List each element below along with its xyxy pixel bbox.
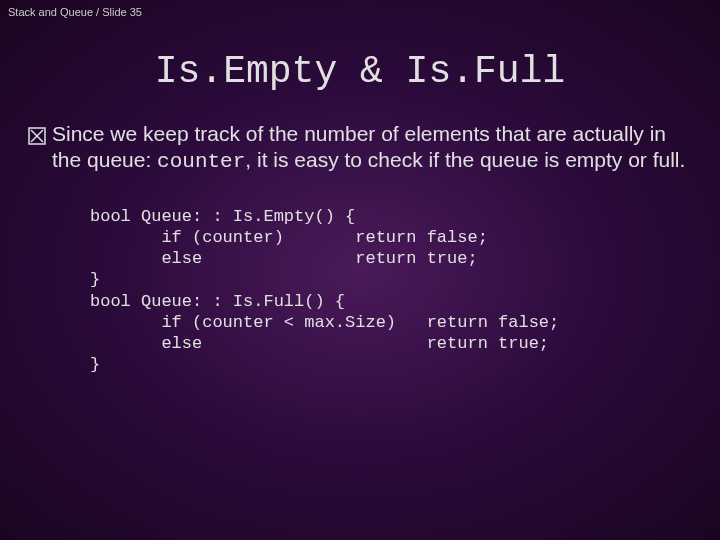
breadcrumb: Stack and Queue / Slide 35 — [8, 6, 142, 18]
body-text: Since we keep track of the number of ele… — [28, 121, 692, 176]
slide-title: Is.Empty & Is.Full — [0, 50, 720, 93]
bullet-part2: , it is easy to check if the queue is em… — [245, 148, 685, 171]
bullet-icon — [28, 125, 46, 151]
bullet-text: Since we keep track of the number of ele… — [52, 121, 692, 176]
bullet-code: counter — [157, 150, 245, 173]
code-block: bool Queue: : Is.Empty() { if (counter) … — [90, 206, 720, 376]
